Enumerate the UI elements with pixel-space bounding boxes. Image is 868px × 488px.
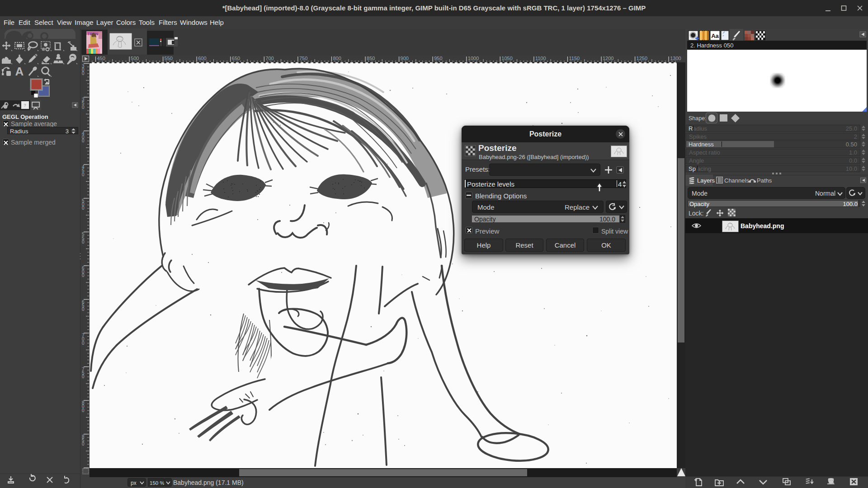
svg-text:1200: 1200	[603, 56, 613, 61]
svg-text:1300: 1300	[670, 56, 681, 61]
svg-text:0: 0	[82, 239, 85, 244]
svg-text:A: A	[15, 65, 24, 78]
svg-text:1250: 1250	[637, 56, 647, 61]
svg-text:500: 500	[131, 56, 139, 61]
svg-text:600: 600	[198, 56, 206, 61]
svg-text:950: 950	[434, 56, 442, 61]
svg-text:550: 550	[165, 56, 173, 61]
svg-text:800: 800	[333, 56, 341, 61]
svg-text:0: 0	[82, 441, 85, 446]
svg-text:0: 0	[82, 273, 85, 278]
svg-text:0: 0	[82, 408, 85, 413]
svg-text:Aa: Aa	[711, 33, 719, 39]
svg-text:0: 0	[82, 138, 85, 143]
svg-text:0: 0	[82, 341, 85, 346]
svg-text:850: 850	[367, 56, 375, 61]
svg-text:0: 0	[82, 71, 85, 76]
svg-text:750: 750	[299, 56, 307, 61]
svg-text:0: 0	[82, 172, 85, 177]
svg-text:1050: 1050	[501, 56, 512, 61]
svg-text:450: 450	[97, 56, 105, 61]
svg-text:0: 0	[82, 206, 85, 211]
svg-text:0: 0	[82, 105, 85, 110]
svg-text:1150: 1150	[569, 56, 580, 61]
svg-text:?: ?	[24, 103, 26, 108]
svg-text:1100: 1100	[535, 56, 546, 61]
svg-text:650: 650	[232, 56, 240, 61]
svg-text:0: 0	[82, 374, 85, 379]
svg-text:700: 700	[265, 56, 274, 61]
svg-text:1000: 1000	[468, 56, 479, 61]
svg-text:900: 900	[401, 56, 409, 61]
svg-text:0: 0	[82, 307, 85, 312]
